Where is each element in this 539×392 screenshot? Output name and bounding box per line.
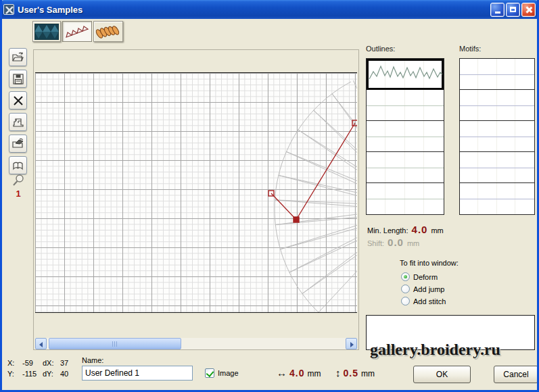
horizontal-scrollbar[interactable] — [35, 338, 357, 349]
height-dimension: ↕ 0.5 mm — [335, 367, 375, 378]
y-coordinates: Y: -115 dY: 40 — [7, 370, 76, 378]
zigzag-polyline — [369, 66, 442, 79]
outline-row[interactable] — [367, 121, 444, 152]
radio-add-jump[interactable]: Add jump — [401, 285, 444, 293]
watermark: gallery.broidery.ru — [370, 341, 500, 359]
radio-add-stitch[interactable]: Add stitch — [401, 297, 446, 305]
minimize-button[interactable] — [490, 3, 505, 17]
outline-row[interactable] — [367, 152, 444, 183]
book-icon — [11, 160, 24, 171]
machine-button[interactable] — [9, 113, 27, 131]
min-length-row: Min. Length: 4.0 mm — [367, 224, 444, 235]
shift-value: 0.0 — [388, 237, 404, 248]
outlines-list — [366, 58, 444, 215]
delete-button[interactable] — [9, 91, 27, 109]
horizontal-arrow-icon: ↔ — [277, 367, 287, 378]
shift-row: Shift: 0.0 mm — [367, 237, 419, 248]
maximize-icon — [510, 7, 516, 12]
open-button[interactable] — [9, 48, 27, 66]
radio-button-deform[interactable] — [401, 272, 410, 281]
min-length-value[interactable]: 4.0 — [412, 224, 428, 235]
triangle-outline-icon — [64, 24, 90, 40]
x-value: -59 — [22, 359, 43, 367]
image-checkbox-box[interactable] — [205, 368, 214, 378]
close-icon — [525, 6, 532, 14]
title-bar[interactable]: User's Samples — [0, 0, 539, 19]
radio-button-add-stitch[interactable] — [401, 297, 410, 305]
radio-label-add-jump: Add jump — [413, 285, 444, 293]
maximize-button[interactable] — [506, 3, 520, 17]
cancel-button[interactable]: Cancel — [494, 366, 538, 383]
motifs-label: Motifs: — [459, 45, 481, 53]
satin-sample-button[interactable] — [32, 21, 61, 42]
app-icon — [3, 4, 14, 15]
radio-deform[interactable]: Deform — [401, 272, 438, 281]
height-value: 0.5 — [344, 368, 358, 378]
window-title: User's Samples — [18, 5, 489, 15]
stitch-drawing — [35, 73, 357, 313]
scroll-track[interactable] — [47, 338, 346, 349]
outline-row-selected[interactable] — [367, 59, 444, 90]
image-checkbox-row[interactable]: Image — [205, 368, 239, 378]
name-input[interactable] — [82, 366, 193, 381]
motif-row[interactable] — [460, 90, 534, 121]
scroll-right-button[interactable] — [346, 338, 357, 349]
fit-into-window-label: To fit into window: — [400, 259, 459, 267]
close-button[interactable] — [521, 3, 536, 17]
scroll-thumb[interactable] — [49, 338, 181, 349]
save-button[interactable] — [9, 70, 27, 88]
x-coordinates: X: -59 dX: 37 — [7, 359, 76, 367]
width-unit: mm — [307, 369, 321, 378]
outline-row[interactable] — [367, 183, 444, 214]
stitch-canvas[interactable] — [35, 72, 357, 313]
height-unit: mm — [361, 369, 375, 378]
image-checkbox-label: Image — [218, 369, 239, 377]
motifs-list — [459, 58, 535, 215]
delete-x-icon — [12, 95, 24, 107]
y-value: -115 — [22, 370, 43, 378]
dy-label: dY: — [43, 370, 60, 378]
width-value: 4.0 — [289, 368, 304, 378]
min-length-unit: mm — [431, 226, 443, 235]
zigzag-outline-preview — [368, 61, 442, 88]
samples-book-button[interactable] — [9, 156, 27, 174]
save-floppy-icon — [12, 73, 24, 85]
shift-unit: mm — [407, 239, 419, 247]
scroll-left-button[interactable] — [35, 338, 47, 349]
shift-label: Shift: — [367, 239, 384, 247]
radio-button-add-jump[interactable] — [401, 285, 410, 293]
y-label: Y: — [7, 370, 22, 378]
radio-label-add-stitch: Add stitch — [413, 297, 446, 305]
ok-button[interactable]: OK — [413, 366, 471, 383]
outlines-label: Outlines: — [366, 45, 395, 53]
minimize-icon — [495, 11, 500, 14]
motif-row[interactable] — [460, 183, 534, 214]
motif-row[interactable] — [460, 121, 534, 152]
canvas-container — [33, 49, 359, 350]
export-button[interactable] — [9, 134, 27, 153]
dx-value: 37 — [60, 359, 76, 367]
motif-row[interactable] — [460, 152, 534, 183]
motif-row[interactable] — [460, 59, 534, 90]
zoom-indicator[interactable]: 1 — [10, 174, 26, 199]
vertical-arrow-icon: ↕ — [335, 367, 341, 378]
satin-pattern-icon — [34, 24, 59, 40]
cord-sample-button[interactable] — [93, 21, 123, 42]
name-label: Name: — [82, 356, 103, 364]
cord-pattern-icon — [95, 24, 121, 40]
open-folder-icon — [11, 51, 24, 63]
radio-label-deform: Deform — [413, 273, 438, 281]
x-label: X: — [7, 359, 22, 367]
min-length-label: Min. Length: — [367, 226, 408, 235]
magnifier-icon — [11, 174, 25, 187]
outline-row[interactable] — [367, 90, 444, 121]
width-dimension: ↔ 4.0 mm — [277, 367, 321, 378]
dy-value: 40 — [60, 370, 76, 378]
zoom-level: 1 — [10, 189, 26, 199]
dx-label: dX: — [43, 359, 60, 367]
outline-sample-button[interactable] — [62, 21, 92, 42]
export-folder-icon — [11, 138, 24, 149]
sewing-machine-icon — [12, 116, 24, 128]
users-samples-dialog: User's Samples — [0, 0, 539, 392]
